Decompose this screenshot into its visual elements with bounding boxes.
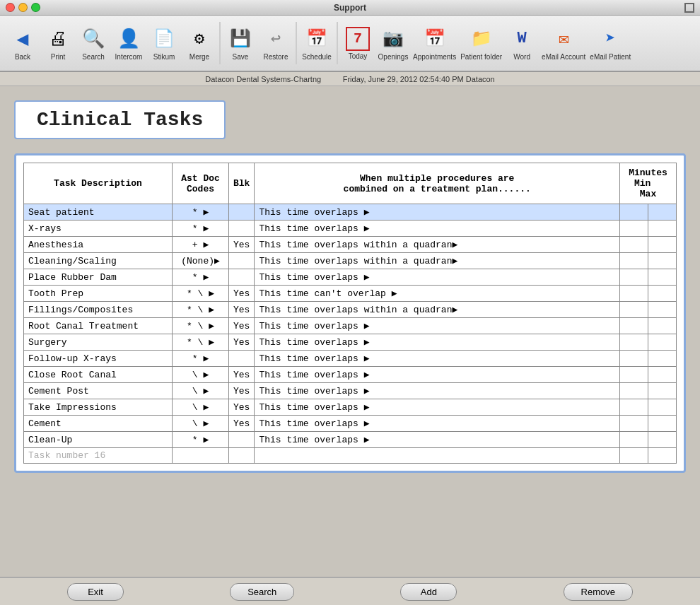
overlap-cell: This time can't overlap ▶: [255, 286, 620, 302]
overlap-cell: This time overlaps within a quadran▶: [255, 302, 620, 318]
restore-button[interactable]: ↩ Restore: [259, 18, 293, 68]
today-icon: 7: [346, 27, 370, 51]
min-cell: [620, 432, 648, 448]
main-content: Clinical Tasks Task Description Ast DocC…: [0, 86, 700, 577]
header-ast-doc-codes: Ast DocCodes: [173, 163, 229, 204]
patient-folder-label: Patient folder: [460, 53, 502, 61]
maximize-button[interactable]: [31, 3, 40, 12]
table-row[interactable]: X-rays* ▶This time overlaps ▶: [24, 221, 677, 237]
stikum-button[interactable]: 📄 Stikum: [147, 18, 181, 68]
min-cell: [620, 318, 648, 334]
window-title: Support: [334, 3, 366, 13]
task-name-cell: Task number 16: [24, 448, 173, 464]
intercom-label: Intercom: [115, 53, 143, 61]
today-button[interactable]: 7 Today: [341, 18, 375, 68]
appointments-button[interactable]: 📅 Appointments: [412, 18, 457, 68]
resize-icon[interactable]: [684, 3, 694, 13]
min-cell: [620, 253, 648, 269]
intercom-button[interactable]: 👤 Intercom: [112, 18, 146, 68]
min-cell: [620, 383, 648, 399]
window-controls[interactable]: [6, 3, 40, 12]
max-cell: [648, 237, 677, 253]
table-row[interactable]: Task number 16: [24, 448, 677, 464]
blk-cell: [229, 269, 255, 286]
max-cell: [648, 432, 677, 448]
blk-cell: Yes: [229, 318, 255, 334]
overlap-cell: This time overlaps ▶: [255, 399, 620, 416]
ast-doc-cell: \ ▶: [173, 367, 229, 383]
ast-doc-cell: * ▶: [173, 351, 229, 367]
clinical-tasks-title: Clinical Tasks: [37, 109, 203, 131]
table-row[interactable]: Place Rubber Dam* ▶This time overlaps ▶: [24, 269, 677, 286]
blk-cell: Yes: [229, 302, 255, 318]
today-label: Today: [349, 52, 368, 60]
openings-icon: 📷: [380, 26, 406, 52]
patient-folder-button[interactable]: 📁 Patient folder: [459, 18, 503, 68]
close-button[interactable]: [6, 3, 15, 12]
blk-cell: [229, 448, 255, 464]
openings-button[interactable]: 📷 Openings: [376, 18, 410, 68]
overlap-cell: This time overlaps within a quadran▶: [255, 253, 620, 269]
minimize-button[interactable]: [18, 3, 28, 12]
add-button[interactable]: Add: [400, 583, 457, 601]
ast-doc-cell: \ ▶: [173, 399, 229, 416]
table-row[interactable]: Take Impressions\ ▶YesThis time overlaps…: [24, 399, 677, 416]
table-row[interactable]: Cement\ ▶YesThis time overlaps ▶: [24, 416, 677, 432]
table-row[interactable]: Tooth Prep* \ ▶YesThis time can't overla…: [24, 286, 677, 302]
save-icon: 💾: [228, 26, 253, 52]
email-patient-button[interactable]: ➤ eMail Patient: [588, 18, 632, 68]
header-blk: Blk: [229, 163, 255, 204]
table-row[interactable]: Cleaning/Scaling(None)▶This time overlap…: [24, 253, 677, 269]
table-row[interactable]: Root Canal Treatment* \ ▶YesThis time ov…: [24, 318, 677, 334]
title-bar: Support: [0, 0, 700, 16]
task-name-cell: Cleaning/Scaling: [24, 253, 173, 269]
overlap-cell: This time overlaps ▶: [255, 334, 620, 351]
max-cell: [648, 351, 677, 367]
blk-cell: [229, 253, 255, 269]
table-row[interactable]: Cement Post\ ▶YesThis time overlaps ▶: [24, 383, 677, 399]
openings-label: Openings: [378, 53, 409, 61]
overlap-cell: This time overlaps ▶: [255, 383, 620, 399]
word-label: Word: [513, 53, 530, 61]
back-button[interactable]: ◀ Back: [6, 18, 40, 68]
search-button[interactable]: Search: [230, 583, 294, 601]
min-cell: [620, 448, 648, 464]
blk-cell: [229, 432, 255, 448]
table-row[interactable]: Surgery* \ ▶YesThis time overlaps ▶: [24, 334, 677, 351]
blk-cell: [229, 351, 255, 367]
table-row[interactable]: Follow-up X-rays* ▶This time overlaps ▶: [24, 351, 677, 367]
table-row[interactable]: Close Root Canal\ ▶YesThis time overlaps…: [24, 367, 677, 383]
schedule-button[interactable]: 📅 Schedule: [300, 18, 334, 68]
save-button[interactable]: 💾 Save: [223, 18, 257, 68]
table-row[interactable]: Clean-Up* ▶This time overlaps ▶: [24, 432, 677, 448]
max-cell: [648, 221, 677, 237]
email-account-button[interactable]: ✉ eMail Account: [540, 18, 587, 68]
remove-button[interactable]: Remove: [564, 583, 633, 601]
separator-2: [296, 22, 297, 64]
table-row[interactable]: Fillings/Composites* \ ▶YesThis time ove…: [24, 302, 677, 318]
table-row[interactable]: Seat patient* ▶This time overlaps ▶: [24, 204, 677, 221]
min-cell: [620, 416, 648, 432]
min-cell: [620, 204, 648, 221]
status-bar: Datacon Dental Systems-Chartng Friday, J…: [0, 72, 700, 86]
save-label: Save: [233, 53, 249, 61]
max-cell: [648, 286, 677, 302]
search-toolbar-label: Search: [82, 53, 105, 61]
merge-button[interactable]: ⚙ Merge: [182, 18, 216, 68]
max-cell: [648, 253, 677, 269]
exit-button[interactable]: Exit: [67, 583, 124, 601]
print-button[interactable]: 🖨 Print: [41, 18, 75, 68]
min-cell: [620, 351, 648, 367]
task-name-cell: Root Canal Treatment: [24, 318, 173, 334]
restore-label: Restore: [263, 53, 288, 61]
task-name-cell: Tooth Prep: [24, 286, 173, 302]
toolbar: ◀ Back 🖨 Print 🔍 Search 👤 Intercom 📄 Sti…: [0, 16, 700, 72]
print-label: Print: [51, 53, 66, 61]
table-row[interactable]: Anesthesia+ ▶YesThis time overlaps withi…: [24, 237, 677, 253]
word-button[interactable]: W Word: [505, 18, 539, 68]
min-cell: [620, 399, 648, 416]
min-cell: [620, 334, 648, 351]
header-minutes: MinutesMin Max: [620, 163, 677, 204]
ast-doc-cell: \ ▶: [173, 383, 229, 399]
search-toolbar-button[interactable]: 🔍 Search: [76, 18, 110, 68]
